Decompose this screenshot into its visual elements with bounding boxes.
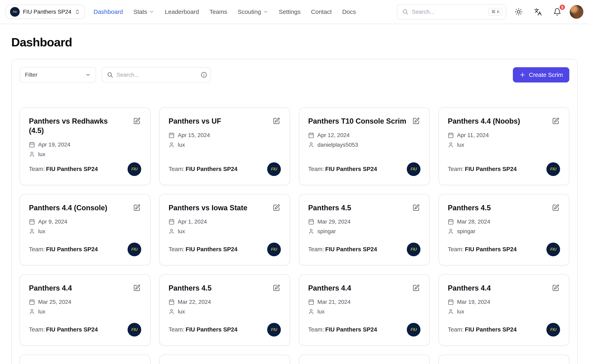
team-label: Team: xyxy=(29,326,45,333)
nav-link-leaderboard[interactable]: Leaderboard xyxy=(165,8,199,15)
theme-toggle-button[interactable] xyxy=(512,5,526,19)
scrim-toolbar: Filter xyxy=(20,67,569,83)
team-line: Team:FIU Panthers SP24 xyxy=(29,166,98,172)
team-name: FIU Panthers SP24 xyxy=(465,166,517,172)
team-label: Team: xyxy=(448,166,464,172)
edit-scrim-button[interactable] xyxy=(272,203,281,212)
info-icon[interactable] xyxy=(201,72,207,78)
edit-scrim-button[interactable] xyxy=(272,284,281,292)
scrim-card-footer: Team:FIU Panthers SP24 FIU xyxy=(168,238,281,256)
nav-link-scouting[interactable]: Scouting xyxy=(238,8,268,15)
edit-scrim-button[interactable] xyxy=(132,117,141,125)
edit-pencil-icon xyxy=(133,284,141,292)
notifications-button[interactable]: 5 xyxy=(550,5,564,19)
scrim-user-row: lux xyxy=(168,142,281,148)
nav-link-label: Contact xyxy=(311,8,332,15)
team-logo: FIU xyxy=(127,323,141,337)
navbar-right: ⌘ K xyxy=(397,4,583,20)
chevron-down-icon xyxy=(263,9,268,14)
scrim-title: Panthers 4.4 xyxy=(29,284,72,293)
edit-scrim-button[interactable] xyxy=(132,203,141,212)
scrim-card-header: Panthers T10 Console Scrim xyxy=(308,117,421,126)
nav-link-settings[interactable]: Settings xyxy=(279,8,301,15)
scrim-meta: Mar 21, 2024 lux xyxy=(308,299,421,315)
scrim-card: Panthers 4.5 Mar 22, 2024 xyxy=(159,274,290,346)
calendar-icon xyxy=(448,219,454,225)
nav-link-docs[interactable]: Docs xyxy=(342,8,356,15)
team-logo: FIU xyxy=(127,243,141,256)
edit-scrim-button[interactable] xyxy=(551,117,560,125)
team-logo: FIU xyxy=(267,243,281,256)
scrim-card-partial xyxy=(20,355,150,364)
scrim-user: lux xyxy=(178,228,185,234)
nav-link-stats[interactable]: Stats xyxy=(133,8,154,15)
edit-scrim-button[interactable] xyxy=(412,203,421,212)
scrim-card-footer: Team:FIU Panthers SP24 FIU xyxy=(308,157,421,176)
scrim-user-row: danielplays5053 xyxy=(308,142,421,148)
nav-link-contact[interactable]: Contact xyxy=(311,8,332,15)
nav-link-teams[interactable]: Teams xyxy=(209,8,227,15)
scrim-user-row: lux xyxy=(448,308,560,315)
team-logo-icon: FIU xyxy=(10,7,20,17)
edit-scrim-button[interactable] xyxy=(412,117,421,125)
scrim-meta: Apr 1, 2024 lux xyxy=(168,219,281,234)
scrim-date: Mar 25, 2024 xyxy=(38,299,71,305)
scrim-search-input[interactable] xyxy=(116,72,197,78)
edit-scrim-button[interactable] xyxy=(272,117,281,125)
team-name: FIU Panthers SP24 xyxy=(325,246,377,253)
calendar-icon xyxy=(168,299,174,305)
edit-pencil-icon xyxy=(133,117,141,125)
edit-scrim-button[interactable] xyxy=(551,284,560,292)
team-line: Team:FIU Panthers SP24 xyxy=(448,166,517,172)
team-label: Team: xyxy=(29,166,45,172)
user-icon xyxy=(448,142,454,148)
scrim-user: lux xyxy=(457,308,464,315)
create-scrim-label: Create Scrim xyxy=(529,72,563,78)
scrim-card-footer: Team:FIU Panthers SP24 FIU xyxy=(448,238,560,256)
edit-scrim-button[interactable] xyxy=(132,284,141,292)
user-avatar[interactable] xyxy=(570,5,583,19)
chevron-down-icon xyxy=(85,72,91,78)
scrim-card-footer: Team:FIU Panthers SP24 FIU xyxy=(448,157,560,176)
create-scrim-button[interactable]: Create Scrim xyxy=(513,67,569,83)
search-icon xyxy=(402,9,408,15)
scrim-card-partial xyxy=(439,355,569,364)
scrim-card-header: Panthers 4.5 xyxy=(168,284,281,293)
scrim-user-row: lux xyxy=(29,228,141,234)
edit-pencil-icon xyxy=(412,204,420,211)
scrim-title: Panthers 4.5 xyxy=(448,203,491,213)
language-toggle-button[interactable] xyxy=(531,5,545,19)
filter-select[interactable]: Filter xyxy=(20,67,96,83)
scrim-date: Mar 29, 2024 xyxy=(317,219,351,225)
user-icon xyxy=(168,228,174,234)
scrim-meta: Apr 19, 2024 lux xyxy=(29,142,141,157)
edit-pencil-icon xyxy=(552,284,559,292)
main-content: Dashboard Filter xyxy=(0,35,589,364)
user-icon xyxy=(308,309,314,315)
scrim-user: danielplays5053 xyxy=(317,142,358,148)
scrim-user-row: lux xyxy=(29,308,141,315)
scrim-date: Apr 9, 2024 xyxy=(38,219,67,225)
calendar-icon xyxy=(308,299,314,305)
nav-link-dashboard[interactable]: Dashboard xyxy=(94,8,123,15)
scrim-title: Panthers 4.4 (Noobs) xyxy=(448,117,520,126)
scrim-card-footer: Team:FIU Panthers SP24 FIU xyxy=(29,238,141,256)
team-name: FIU Panthers SP24 xyxy=(325,326,377,333)
global-search-input[interactable] xyxy=(412,9,485,15)
scrim-date-row: Apr 12, 2024 xyxy=(308,132,421,138)
team-name: FIU Panthers SP24 xyxy=(465,326,517,333)
team-line: Team:FIU Panthers SP24 xyxy=(168,326,237,333)
calendar-icon xyxy=(168,219,174,225)
scrim-meta: Mar 28, 2024 spingar xyxy=(448,219,560,234)
page-title: Dashboard xyxy=(11,35,578,49)
scrim-date: Mar 22, 2024 xyxy=(178,299,211,305)
scrim-meta: Mar 29, 2024 spingar xyxy=(308,219,421,234)
scrim-card-header: Panthers 4.4 (Noobs) xyxy=(448,117,560,126)
team-selector[interactable]: FIU FIU Panthers SP24 xyxy=(6,5,85,19)
calendar-icon xyxy=(29,142,35,148)
user-icon xyxy=(29,228,35,234)
scrim-card: Panthers 4.5 Mar 28, 2024 xyxy=(439,194,569,266)
scrim-card: Panthers 4.4 Mar 19, 2024 xyxy=(439,274,569,346)
edit-scrim-button[interactable] xyxy=(412,284,421,292)
edit-scrim-button[interactable] xyxy=(551,203,560,212)
